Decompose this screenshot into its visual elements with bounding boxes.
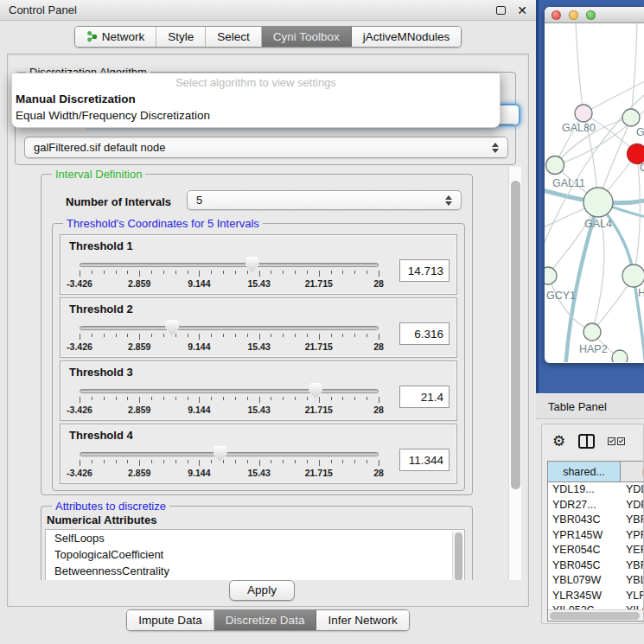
tab-select[interactable]: Select [206, 27, 262, 47]
threshold-value-field[interactable]: 6.316 [399, 322, 450, 345]
network-window: GAL80GACGAL11GAL4GCY1HHAP2 [545, 7, 644, 363]
network-view[interactable]: GAL80GACGAL11GAL4GCY1HHAP2 [545, 23, 644, 362]
list-scrollbar[interactable] [452, 531, 463, 580]
stepper-arrows-icon[interactable] [445, 195, 452, 206]
tab-infer-network[interactable]: Infer Network [316, 610, 408, 630]
table-row[interactable]: YBR045CYBR0 [548, 558, 644, 574]
tab-style[interactable]: Style [156, 27, 206, 47]
thresholds-group: Threshold's Coordinates for 5 Intervals … [52, 223, 465, 491]
algorithm-placeholder: Select algorithm to view settings [12, 75, 500, 91]
network-node-label: GAL4 [584, 218, 612, 230]
tab-label: Cyni Toolbox [273, 30, 340, 43]
network-canvas-svg[interactable]: GAL80GACGAL11GAL4GCY1HHAP2 [545, 23, 644, 362]
tab-jactivemnodules[interactable]: jActiveMNodules [352, 27, 462, 47]
network-node-label: HAP2 [579, 343, 608, 355]
close-traffic-light-icon[interactable] [552, 10, 561, 20]
network-node-green[interactable] [546, 156, 564, 175]
attributes-group-title: Attributes to discretize [52, 500, 169, 513]
cell-shared-name: YBR045C [548, 558, 621, 574]
algorithm-option-manual[interactable]: Manual Discretization [12, 91, 500, 107]
attribute-item[interactable]: SelfLoops [46, 530, 464, 546]
top-tab-segment: NetworkStyleSelectCyni ToolboxjActiveMNo… [74, 26, 462, 48]
threshold-value-field[interactable]: 14.713 [399, 259, 450, 282]
network-edge[interactable] [583, 79, 644, 113]
control-panel-content: Discretization Algorithm Table Data galF… [7, 54, 529, 607]
cell-name: YDL1 [621, 482, 644, 498]
threshold-value-field[interactable]: 21.4 [399, 386, 450, 408]
table-row[interactable]: YDL19...YDL1 [548, 482, 644, 498]
network-node-green[interactable] [622, 265, 644, 287]
threshold-list: Threshold 1-3.4262.8599.14415.4321.71528… [60, 234, 457, 487]
number-of-intervals-combobox[interactable]: 5 [187, 190, 462, 210]
network-node-green[interactable] [612, 350, 628, 362]
checkbox-pair-icon[interactable] [608, 437, 625, 445]
threshold-slider[interactable]: -3.4262.8599.14415.4321.71528 [80, 263, 379, 292]
viewport-scrollbar-thumb[interactable] [511, 181, 520, 489]
attribute-item[interactable]: BetweennessCentrality [46, 563, 464, 579]
table-row[interactable]: YPR145WYPR1 [548, 528, 644, 544]
slider-track[interactable] [80, 263, 379, 267]
zoom-traffic-light-icon[interactable] [586, 10, 596, 20]
threshold-row-4: Threshold 4-3.4262.8599.14415.4321.71528… [60, 424, 457, 484]
slider-track[interactable] [80, 326, 379, 330]
numerical-attributes-list[interactable]: SelfLoopsTopologicalCoefficientBetweenne… [45, 529, 465, 580]
list-scrollbar-thumb[interactable] [455, 532, 462, 580]
settings-scroll-viewport: Interval Definition Number of Intervals … [15, 167, 521, 580]
network-node-pink[interactable] [575, 105, 592, 122]
network-node-label: C [640, 162, 644, 174]
tab-network[interactable]: Network [75, 27, 157, 47]
slider-track[interactable] [80, 389, 379, 393]
table-data-combobox[interactable]: galFiltered.sif default node [24, 137, 508, 158]
threshold-value-field[interactable]: 11.344 [399, 449, 450, 471]
network-node-green[interactable] [545, 267, 557, 284]
cell-name: YLR3 [621, 589, 644, 604]
settings-gear-icon[interactable]: ⚙ [552, 434, 565, 449]
network-node-green[interactable] [583, 323, 601, 341]
network-edge[interactable] [576, 23, 583, 113]
tab-label: Select [217, 30, 250, 43]
float-window-icon[interactable] [496, 6, 506, 15]
attribute-item[interactable]: TopologicalCoefficient [46, 546, 464, 563]
node-table[interactable]: shared... na YDL19...YDL1YDR27...YDR2YBR… [547, 461, 644, 622]
table-toolbar: ⚙ [542, 424, 644, 457]
network-icon [86, 30, 98, 43]
column-header-name[interactable]: na [621, 462, 644, 481]
table-data-value: galFiltered.sif default node [34, 141, 492, 154]
threshold-row-2: Threshold 2-3.4262.8599.14415.4321.71528… [60, 297, 457, 358]
table-horizontal-scrollbar[interactable] [548, 609, 644, 621]
cell-name: YBL0 [621, 573, 644, 589]
attributes-group: Attributes to discretize Numerical Attri… [41, 506, 473, 580]
table-row[interactable]: YBL079WYBL0 [548, 573, 644, 589]
slider-track[interactable] [80, 452, 379, 456]
apply-button[interactable]: Apply [229, 580, 295, 601]
table-row[interactable]: YLR345WYLR3 [548, 589, 644, 604]
stepper-arrows-icon[interactable] [492, 143, 499, 153]
attribute-items: SelfLoopsTopologicalCoefficientBetweenne… [46, 530, 464, 579]
tab-label: Infer Network [328, 614, 397, 627]
table-hscrollbar-thumb[interactable] [550, 612, 640, 620]
cell-name: YDR2 [621, 498, 644, 513]
tab-impute-data[interactable]: Impute Data [127, 610, 214, 630]
algorithm-option-equal-width[interactable]: Equal Width/Frequency Discretization [12, 107, 500, 124]
threshold-slider[interactable]: -3.4262.8599.14415.4321.71528 [80, 389, 379, 418]
table-row[interactable]: YBR043CYBR0 [548, 513, 644, 528]
minimize-traffic-light-icon[interactable] [569, 10, 578, 20]
network-node-label: GAL11 [552, 177, 585, 189]
threshold-label: Threshold 1 [69, 239, 133, 252]
slider-tick-labels: -3.4262.8599.14415.4321.71528 [80, 468, 379, 478]
threshold-slider[interactable]: -3.4262.8599.14415.4321.71528 [80, 326, 379, 355]
network-node-label: H [638, 287, 644, 299]
tab-cyni-toolbox[interactable]: Cyni Toolbox [262, 27, 352, 47]
threshold-slider[interactable]: -3.4262.8599.14415.4321.71528 [80, 452, 379, 481]
network-node-green[interactable] [583, 188, 613, 217]
column-view-icon[interactable] [578, 434, 595, 449]
table-row[interactable]: YDR27...YDR2 [548, 498, 644, 513]
network-node-green[interactable] [622, 109, 640, 126]
viewport-scrollbar[interactable] [508, 167, 521, 580]
column-header-shared-name[interactable]: shared... [548, 462, 621, 481]
cell-name: YPR1 [621, 528, 644, 544]
close-icon[interactable]: ✕ [517, 6, 527, 15]
tab-discretize-data[interactable]: Discretize Data [214, 610, 317, 630]
table-row[interactable]: YER054CYER0 [548, 543, 644, 558]
network-edge[interactable] [631, 23, 637, 118]
